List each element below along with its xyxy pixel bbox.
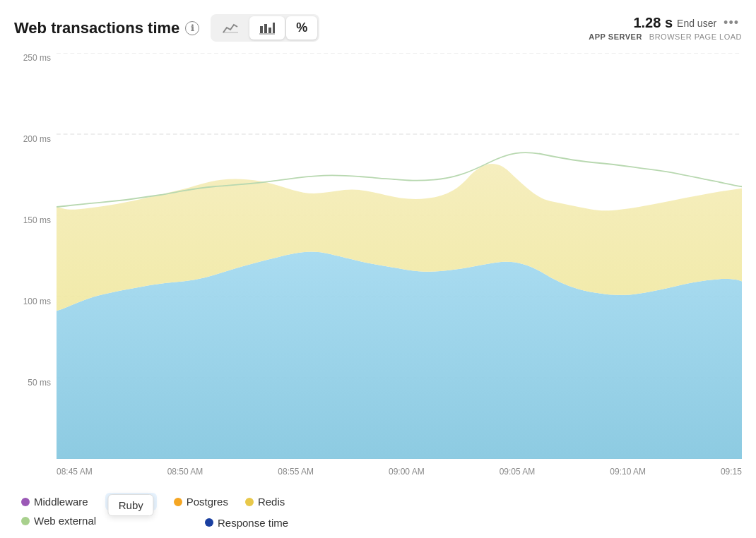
x-label-0845: 08:45 AM <box>57 467 93 477</box>
header-right: 1.28 s End user ••• APP SERVER BROWSER P… <box>589 15 742 41</box>
postgres-dot <box>174 498 182 506</box>
chart-title: Web transactions time ℹ <box>14 19 199 37</box>
response-time-dot <box>205 518 213 527</box>
legend-redis[interactable]: Redis <box>245 493 285 510</box>
middleware-label: Middleware <box>34 496 88 508</box>
bar-chart-button[interactable] <box>249 16 285 40</box>
sub-labels: APP SERVER BROWSER PAGE LOAD <box>589 32 742 41</box>
chart-type-buttons: % <box>211 14 319 42</box>
x-label-0855: 08:55 AM <box>278 467 314 477</box>
info-icon[interactable]: ℹ <box>185 21 199 35</box>
web-external-dot <box>21 517 30 525</box>
title-text: Web transactions time <box>14 19 179 37</box>
ruby-tooltip: Ruby <box>108 494 154 516</box>
line-chart-button[interactable] <box>213 16 248 40</box>
svg-rect-4 <box>273 23 275 33</box>
legend-postgres[interactable]: Postgres <box>174 493 228 510</box>
legend-ruby[interactable]: Ruby Ruby <box>105 493 157 510</box>
svg-rect-5 <box>259 33 275 35</box>
y-label-50: 50 ms <box>14 378 57 388</box>
redis-dot <box>245 498 254 506</box>
x-axis: 08:45 AM 08:50 AM 08:55 AM 09:00 AM 09:0… <box>57 463 742 480</box>
x-label-0915: 09:15 <box>721 467 742 477</box>
svg-rect-3 <box>268 28 271 33</box>
x-label-0850: 08:50 AM <box>167 467 203 477</box>
legend: Middleware Ruby Ruby Postgres Redis Web … <box>14 486 742 531</box>
x-label-0905: 09:05 AM <box>500 467 536 477</box>
y-label-250: 250 ms <box>14 53 57 63</box>
svg-rect-0 <box>223 32 238 33</box>
percent-button[interactable]: % <box>286 16 317 40</box>
metric-value: 1.28 s <box>633 15 673 31</box>
middleware-dot <box>21 498 30 506</box>
y-label-200: 200 ms <box>14 134 57 144</box>
postgres-label: Postgres <box>187 496 228 508</box>
y-label-150: 150 ms <box>14 215 57 225</box>
svg-rect-2 <box>264 24 267 33</box>
legend-response-time[interactable]: Response time <box>205 514 288 531</box>
end-user-row: 1.28 s End user ••• <box>633 15 742 31</box>
legend-middleware[interactable]: Middleware <box>21 493 88 510</box>
chart-area: 250 ms 200 ms 150 ms 100 ms 50 ms <box>14 53 742 480</box>
app-server-label[interactable]: APP SERVER <box>589 32 642 41</box>
more-button[interactable]: ••• <box>721 16 742 30</box>
y-label-100: 100 ms <box>14 297 57 306</box>
y-axis: 250 ms 200 ms 150 ms 100 ms 50 ms <box>14 53 57 459</box>
metric-label: End user <box>677 18 716 29</box>
web-external-label: Web external <box>34 515 96 527</box>
chart-header: Web transactions time ℹ % <box>14 14 742 42</box>
svg-rect-1 <box>260 26 263 33</box>
percent-label: % <box>296 20 307 35</box>
response-time-label: Response time <box>218 517 288 529</box>
legend-web-external[interactable]: Web external <box>21 515 742 527</box>
x-label-0900: 09:00 AM <box>389 467 425 477</box>
redis-label: Redis <box>258 496 285 508</box>
chart-svg-container <box>57 53 742 459</box>
x-label-0910: 09:10 AM <box>610 467 646 477</box>
browser-page-load-label[interactable]: BROWSER PAGE LOAD <box>649 32 742 41</box>
main-container: Web transactions time ℹ % <box>0 0 756 538</box>
